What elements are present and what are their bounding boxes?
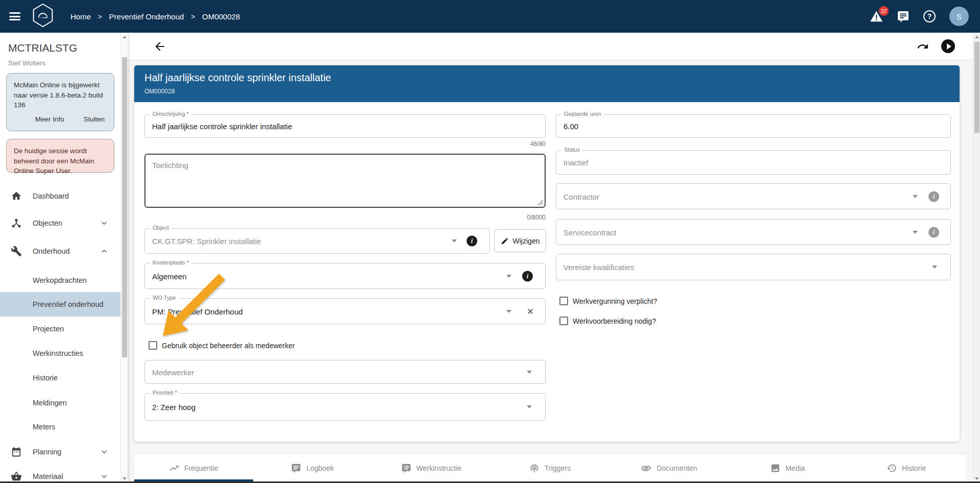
contractor-info-icon[interactable]: i <box>928 191 939 202</box>
sidebar-item-label: Dashboard <box>33 192 69 200</box>
omschrijving-value: Half jaarlijkse controle sprinkler insta… <box>152 122 292 131</box>
sidebar-item-objecten[interactable]: Objecten <box>0 211 120 235</box>
antenna-icon <box>529 463 540 473</box>
current-user-name: Stef Wolters <box>8 59 45 67</box>
prioriteit-value: 2: Zeer hoog <box>152 403 195 412</box>
menu-hamburger-icon[interactable] <box>9 12 20 20</box>
breadcrumb-chevron-icon: > <box>191 13 195 20</box>
breadcrumb: Home > Preventief Onderhoud > OM000028 <box>70 12 240 21</box>
alerts-warning-icon[interactable]: 37 <box>870 10 883 23</box>
sidebar-item-projecten[interactable]: Projecten <box>0 317 120 341</box>
toelichting-placeholder: Toelichting <box>152 161 188 170</box>
object-info-icon[interactable]: i <box>467 236 477 247</box>
breadcrumb-current[interactable]: OM000028 <box>202 12 240 21</box>
user-avatar[interactable]: S <box>949 7 969 26</box>
more-info-button[interactable]: Meer Info <box>35 114 64 125</box>
avatar-initial: S <box>957 12 962 21</box>
wijzigen-button-label: Wijzigen <box>513 237 540 245</box>
status-field: Status Inactief <box>556 150 951 175</box>
tab-label: Frequentie <box>184 464 218 472</box>
sidebar-item-label: Onderhoud <box>33 247 70 255</box>
scroll-up-icon[interactable] <box>122 36 127 38</box>
dropdown-caret-icon[interactable] <box>527 405 532 408</box>
tab-triggers[interactable]: Triggers <box>491 454 609 482</box>
wo-type-field[interactable]: WO Type PM: Preventief Onderhoud ✕ <box>144 298 546 324</box>
prioriteit-field[interactable]: Prioriteit * 2: Zeer hoog <box>144 393 546 421</box>
chevron-down-icon <box>99 471 109 481</box>
main-scrollbar[interactable] <box>973 33 980 483</box>
medewerker-field[interactable]: Medewerker <box>144 360 546 384</box>
toelichting-textarea[interactable]: Toelichting <box>144 154 546 208</box>
basket-icon <box>10 470 22 482</box>
kostenplaats-info-icon[interactable]: i <box>522 271 533 281</box>
back-arrow-icon[interactable] <box>153 40 166 53</box>
tab-werkinstructie[interactable]: Werkinstructie <box>372 454 491 482</box>
redo-icon[interactable] <box>917 40 929 53</box>
geplande-uren-label: Geplande uren <box>561 111 604 117</box>
breadcrumb-section[interactable]: Preventief Onderhoud <box>109 12 184 21</box>
omschrijving-label: Omschrijving * <box>150 111 191 117</box>
tab-historie[interactable]: Historie <box>847 454 966 482</box>
sidebar-item-historie[interactable]: Historie <box>0 366 120 390</box>
tab-documenten[interactable]: Documenten <box>609 454 728 482</box>
vereiste-kwalificaties-field[interactable]: Vereiste kwalificaties <box>556 254 951 280</box>
dropdown-caret-icon[interactable] <box>932 265 937 269</box>
sidebar-scrollbar[interactable] <box>120 33 128 483</box>
tab-frequentie[interactable]: Frequentie <box>134 454 253 482</box>
detail-toolbar <box>128 33 973 60</box>
sidebar-item-preventief-onderhoud[interactable]: Preventief onderhoud <box>0 292 120 317</box>
session-notice-text: De huidige sessie wordt beheerd door een… <box>14 146 107 176</box>
sidebar-item-meters[interactable]: Meters <box>0 415 120 439</box>
sidebar-item-onderhoud[interactable]: Onderhoud <box>0 239 120 263</box>
geplande-uren-field[interactable]: Geplande uren 6.00 <box>556 114 951 138</box>
chevron-up-icon <box>99 246 109 256</box>
omschrijving-field[interactable]: Omschrijving * Half jaarlijkse controle … <box>144 114 546 138</box>
dropdown-caret-icon[interactable] <box>452 239 457 243</box>
sidebar-item-label: Meldingen <box>33 399 67 407</box>
tab-logboek[interactable]: Logboek <box>253 454 372 482</box>
servicecontract-info-icon[interactable]: i <box>928 227 939 237</box>
medewerker-placeholder: Medewerker <box>152 368 194 376</box>
werkvoorbereiding-checkbox[interactable] <box>559 317 568 325</box>
messages-chat-icon[interactable] <box>896 10 910 23</box>
scroll-down-icon[interactable] <box>975 477 979 480</box>
object-field[interactable]: Object CK.GT.SPR: Sprinkler installatie … <box>144 228 490 254</box>
dropdown-caret-icon[interactable] <box>913 195 918 198</box>
contractor-field[interactable]: Contractor i <box>556 183 951 209</box>
scroll-down-icon[interactable] <box>122 477 127 480</box>
help-icon[interactable]: ? <box>923 10 936 23</box>
sidebar-item-werkinstructies[interactable]: Werkinstructies <box>0 341 120 366</box>
breadcrumb-home[interactable]: Home <box>70 12 91 21</box>
dropdown-caret-icon[interactable] <box>527 371 532 374</box>
scroll-up-icon[interactable] <box>975 36 979 38</box>
dropdown-caret-icon[interactable] <box>913 231 918 234</box>
omschrijving-char-counter: 46/80 <box>144 140 546 148</box>
werkvoorbereiding-row: Werkvoorbereiding nodig? <box>559 317 656 325</box>
use-object-manager-checkbox[interactable] <box>149 341 157 350</box>
servicecontract-placeholder: Servicecontract <box>564 228 616 236</box>
sidebar-item-dashboard[interactable]: Dashboard <box>0 184 120 208</box>
dropdown-caret-icon[interactable] <box>506 310 511 313</box>
play-icon <box>947 43 951 50</box>
detail-header-banner: Half jaarlijkse controle sprinkler insta… <box>134 65 960 102</box>
activate-play-button[interactable] <box>941 39 955 53</box>
sidebar-item-werkopdrachten[interactable]: Werkopdrachten <box>0 268 120 293</box>
kostenplaats-field[interactable]: Kostenplaats * Algemeen i <box>144 263 546 289</box>
resize-handle-icon[interactable] <box>537 199 543 205</box>
vereiste-kwalificaties-placeholder: Vereiste kwalificaties <box>564 263 634 272</box>
tab-label: Werkinstructie <box>416 464 461 472</box>
sidebar-item-planning[interactable]: Planning <box>0 440 120 464</box>
main-scrollbar-thumb[interactable] <box>974 42 979 133</box>
dropdown-caret-icon[interactable] <box>506 275 511 278</box>
servicecontract-field[interactable]: Servicecontract i <box>556 219 951 245</box>
tab-media[interactable]: Media <box>728 454 847 482</box>
sidebar-item-meldingen[interactable]: Meldingen <box>0 391 120 415</box>
clear-icon[interactable]: ✕ <box>527 307 534 316</box>
sidebar-scrollbar-thumb[interactable] <box>122 57 127 357</box>
wijzigen-button[interactable]: Wijzigen <box>494 229 546 252</box>
werkvergunning-checkbox[interactable] <box>559 297 568 305</box>
close-notice-button[interactable]: Sluiten <box>84 114 105 125</box>
sidebar-item-label: Projecten <box>33 325 64 333</box>
sidebar-item-materiaal[interactable]: Materiaal <box>0 464 120 483</box>
main-content: Half jaarlijkse controle sprinkler insta… <box>128 33 980 483</box>
